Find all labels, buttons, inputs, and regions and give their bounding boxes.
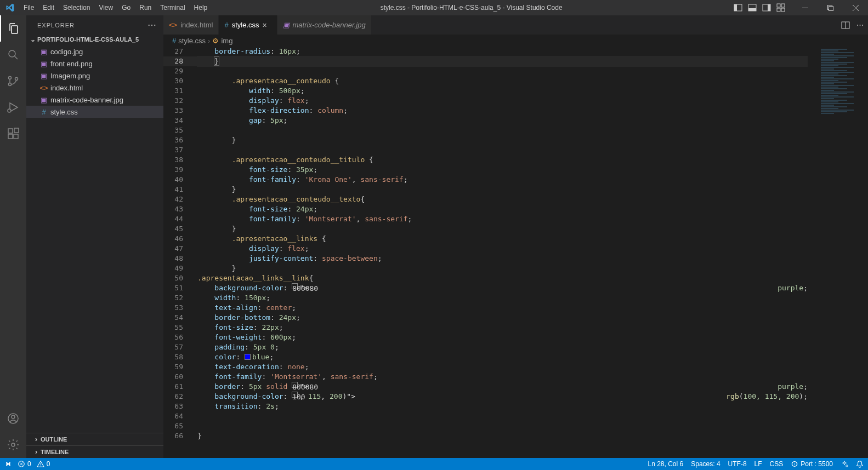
- code-line[interactable]: 51 background-color: 800080">purple;: [163, 283, 808, 293]
- status-indentation[interactable]: Spaces: 4: [691, 460, 720, 468]
- code-line[interactable]: 56 font-weight: 600px;: [163, 333, 808, 342]
- activity-search-icon[interactable]: [0, 42, 26, 68]
- status-notifications-icon[interactable]: [856, 460, 864, 468]
- menu-help[interactable]: Help: [190, 0, 212, 15]
- timeline-section[interactable]: › TIMELINE: [26, 445, 163, 458]
- status-remote-icon[interactable]: [4, 460, 12, 468]
- menu-selection[interactable]: Selection: [59, 0, 94, 15]
- close-button[interactable]: [843, 0, 868, 15]
- code-line[interactable]: 30 .apresentacao__conteudo {: [163, 76, 808, 86]
- activity-source-control-icon[interactable]: [0, 68, 26, 94]
- code-line[interactable]: 32 display: flex;: [163, 96, 808, 106]
- file-item[interactable]: ▣matrix-code-banner.jpg: [26, 94, 163, 106]
- code-line[interactable]: 44 font-family: 'Montserrat', sans-serif…: [163, 214, 808, 224]
- activity-bar: [0, 15, 26, 458]
- code-line[interactable]: 62 background-color: 100, 115, 200)">rgb…: [163, 392, 808, 402]
- file-item[interactable]: ▣front end.png: [26, 58, 163, 70]
- code-line[interactable]: 46 .apresentacao__links {: [163, 234, 808, 244]
- code-line[interactable]: 39 font-size: 35px;: [163, 165, 808, 175]
- folder-header[interactable]: ⌄ PORTIFOLIO-HTML-E-CSS-AULA_5: [26, 35, 163, 44]
- status-warnings[interactable]: 0: [37, 460, 50, 468]
- menu-edit[interactable]: Edit: [38, 0, 59, 15]
- code-line[interactable]: 35: [163, 125, 808, 135]
- breadcrumb[interactable]: # style.css › ⚙ img: [163, 35, 868, 47]
- file-item[interactable]: <>index.html: [26, 82, 163, 94]
- code-line[interactable]: 58 color: blue;: [163, 352, 808, 362]
- code-line[interactable]: 37: [163, 145, 808, 155]
- code-line[interactable]: 47 display: flex;: [163, 244, 808, 254]
- code-line[interactable]: 60 font-family: 'Montserrat', sans-serif…: [163, 372, 808, 382]
- code-line[interactable]: 29: [163, 66, 808, 76]
- line-number: 35: [163, 125, 197, 135]
- code-line[interactable]: 64: [163, 411, 808, 421]
- code-line[interactable]: 34 gap: 5px;: [163, 116, 808, 125]
- code-line[interactable]: 54 border-bottom: 24px;: [163, 313, 808, 323]
- code-line[interactable]: 65: [163, 421, 808, 431]
- toggle-panel-icon[interactable]: [745, 0, 759, 15]
- outline-section[interactable]: › OUTLINE: [26, 433, 163, 445]
- status-live-server[interactable]: Port : 5500: [791, 460, 833, 468]
- code-line[interactable]: 27 border-radius: 16px;: [163, 47, 808, 56]
- toggle-secondary-sidebar-icon[interactable]: [759, 0, 774, 15]
- code-area[interactable]: 27 border-radius: 16px;28 }2930 .apresen…: [163, 47, 868, 458]
- minimize-button[interactable]: [792, 0, 818, 15]
- file-item[interactable]: ▣codigo.jpg: [26, 45, 163, 58]
- tab-more-icon[interactable]: ⋯: [856, 21, 864, 29]
- menu-go[interactable]: Go: [117, 0, 135, 15]
- code-line[interactable]: 31 width: 500px;: [163, 86, 808, 96]
- code-line[interactable]: 57 padding: 5px 0;: [163, 342, 808, 352]
- code-line[interactable]: 52 width: 150px;: [163, 293, 808, 303]
- code-line[interactable]: 36 }: [163, 135, 808, 145]
- toggle-primary-sidebar-icon[interactable]: [731, 0, 745, 15]
- line-number: 28: [163, 56, 197, 66]
- code-line[interactable]: 55 font-size: 22px;: [163, 323, 808, 333]
- code-line[interactable]: 53 text-align: center;: [163, 303, 808, 313]
- file-item[interactable]: #style.css: [26, 106, 163, 118]
- code-line[interactable]: 50.apresentacao__links__link{: [163, 273, 808, 283]
- code-line[interactable]: 42 .apresentacao__conteudo__texto{: [163, 194, 808, 204]
- errors-count: 0: [27, 460, 31, 468]
- code-line[interactable]: 63 transition: 2s;: [163, 402, 808, 411]
- menu-file[interactable]: File: [19, 0, 38, 15]
- status-encoding[interactable]: UTF-8: [728, 460, 747, 468]
- code-line[interactable]: 33 flex-direction: column;: [163, 106, 808, 116]
- sidebar-more-icon[interactable]: ⋯: [147, 20, 157, 30]
- activity-extensions-icon[interactable]: [0, 121, 26, 147]
- code-line[interactable]: 38 .apresentacao__conteudo__titulo {: [163, 155, 808, 165]
- activity-accounts-icon[interactable]: [0, 405, 26, 432]
- activity-run-debug-icon[interactable]: [0, 94, 26, 121]
- tab[interactable]: <>index.html: [163, 15, 219, 35]
- menu-view[interactable]: View: [94, 0, 117, 15]
- customize-layout-icon[interactable]: [774, 0, 788, 15]
- code-line[interactable]: 28 }: [163, 56, 808, 66]
- code-line[interactable]: 61 border: 5px solid 800080">purple;: [163, 382, 808, 392]
- code-line[interactable]: 49 }: [163, 263, 808, 273]
- code-line[interactable]: 45 }: [163, 224, 808, 234]
- activity-settings-icon[interactable]: [0, 432, 26, 458]
- code-line[interactable]: 41 }: [163, 185, 808, 194]
- status-cursor-position[interactable]: Ln 28, Col 6: [648, 460, 683, 468]
- status-language[interactable]: CSS: [770, 460, 784, 468]
- tab[interactable]: #style.css×: [219, 15, 277, 35]
- activity-explorer-icon[interactable]: [0, 15, 26, 42]
- line-number: 31: [163, 86, 197, 96]
- code-line[interactable]: 48 justify-content: space-between;: [163, 254, 808, 263]
- status-errors[interactable]: 0: [18, 460, 31, 468]
- menu-terminal[interactable]: Terminal: [156, 0, 189, 15]
- status-feedback-icon[interactable]: [841, 460, 848, 468]
- file-item[interactable]: ▣Imagem.png: [26, 70, 163, 82]
- split-editor-icon[interactable]: [841, 21, 850, 30]
- line-number: 62: [163, 392, 197, 402]
- minimap[interactable]: [808, 47, 868, 458]
- code-line[interactable]: 66}: [163, 431, 808, 441]
- code-line[interactable]: 43 font-size: 24px;: [163, 204, 808, 214]
- code-line[interactable]: 59 text-decoration: none;: [163, 362, 808, 372]
- tab-close-icon[interactable]: ×: [263, 21, 271, 30]
- file-name: style.css: [50, 108, 78, 116]
- maximize-button[interactable]: [818, 0, 843, 15]
- tab-bar: <>index.html#style.css×▣matrix-code-bann…: [163, 15, 868, 35]
- code-line[interactable]: 40 font-family: 'Krona One', sans-serif;: [163, 175, 808, 185]
- status-eol[interactable]: LF: [754, 460, 762, 468]
- tab[interactable]: ▣matrix-code-banner.jpg: [277, 15, 372, 35]
- menu-run[interactable]: Run: [135, 0, 156, 15]
